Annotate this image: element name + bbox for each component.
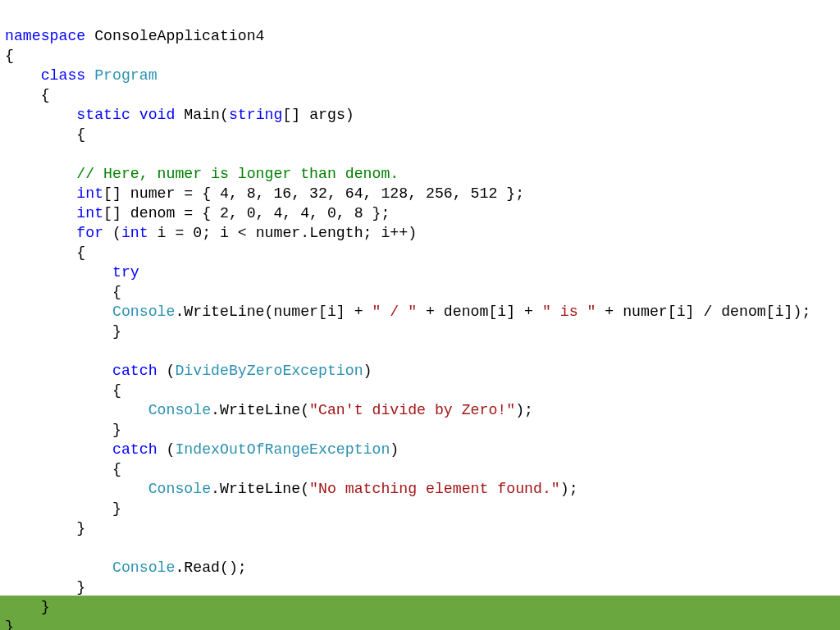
brace: { (5, 382, 121, 399)
type-dividebyzero: DivideByZeroException (175, 363, 363, 379)
concat: + denom[i] + (417, 304, 542, 320)
keyword-int: int (121, 225, 148, 241)
brace: { (5, 284, 121, 300)
identifier: ConsoleApplication4 (85, 28, 264, 44)
keyword-catch: catch (112, 441, 158, 458)
keyword-catch: catch (112, 363, 158, 379)
expr: + numer[i] / denom[i]); (596, 304, 810, 320)
param: [] args) (282, 107, 354, 123)
brace: } (5, 579, 85, 596)
brace: } (5, 422, 121, 438)
keyword-static: static (5, 107, 130, 123)
type-console: Console (112, 304, 175, 320)
indent (5, 166, 76, 182)
brace: } (5, 599, 50, 615)
method-name: Main( (175, 107, 229, 123)
indent (5, 363, 112, 379)
call: .Read(); (175, 559, 246, 576)
string-literal: " / " (372, 304, 418, 320)
indent (5, 402, 148, 418)
comment: // Here, numer is longer than denom. (76, 166, 399, 182)
call: .WriteLine( (211, 481, 309, 497)
array-decl: [] denom = { 2, 0, 4, 4, 0, 8 }; (103, 205, 390, 221)
keyword-for: for (76, 225, 103, 241)
semi: ); (515, 402, 533, 418)
brace: } (5, 323, 121, 340)
keyword-try: try (112, 264, 139, 281)
type-program: Program (85, 67, 157, 84)
indent (5, 264, 112, 281)
indent (5, 559, 112, 576)
code-block: namespace ConsoleApplication4 { class Pr… (0, 0, 840, 630)
paren: ( (103, 225, 121, 241)
indent (5, 441, 112, 458)
indent (5, 205, 76, 221)
brace: { (5, 48, 14, 64)
semi: ); (560, 481, 578, 497)
string-literal: "No matching element found." (309, 481, 560, 497)
keyword-int: int (76, 185, 103, 202)
brace: } (5, 520, 85, 536)
keyword-void: void (130, 107, 176, 123)
for-body: i = 0; i < numer.Length; i++) (148, 225, 417, 241)
indent (5, 225, 76, 241)
keyword-namespace: namespace (5, 28, 85, 44)
call: .WriteLine( (211, 402, 309, 418)
array-decl: [] numer = { 4, 8, 16, 32, 64, 128, 256,… (103, 185, 524, 202)
brace: { (5, 461, 121, 477)
keyword-class: class (5, 67, 85, 84)
paren: ( (158, 441, 176, 458)
brace: { (5, 126, 85, 143)
paren: ) (390, 441, 399, 458)
brace: } (5, 500, 121, 517)
indent (5, 185, 76, 202)
call: .WriteLine(numer[i] + (175, 304, 372, 320)
keyword-int: int (76, 205, 103, 221)
type-console: Console (112, 559, 175, 576)
indent (5, 304, 112, 320)
brace: } (5, 619, 14, 630)
type-indexoutofrange: IndexOutOfRangeException (175, 441, 390, 458)
indent (5, 481, 148, 497)
type-console: Console (148, 402, 211, 418)
brace: { (5, 87, 50, 103)
string-literal: "Can't divide by Zero!" (309, 402, 515, 418)
paren: ) (363, 363, 372, 379)
brace: { (5, 244, 85, 261)
string-literal: " is " (542, 304, 596, 320)
keyword-string: string (229, 107, 283, 123)
type-console: Console (148, 481, 211, 497)
paren: ( (158, 363, 176, 379)
